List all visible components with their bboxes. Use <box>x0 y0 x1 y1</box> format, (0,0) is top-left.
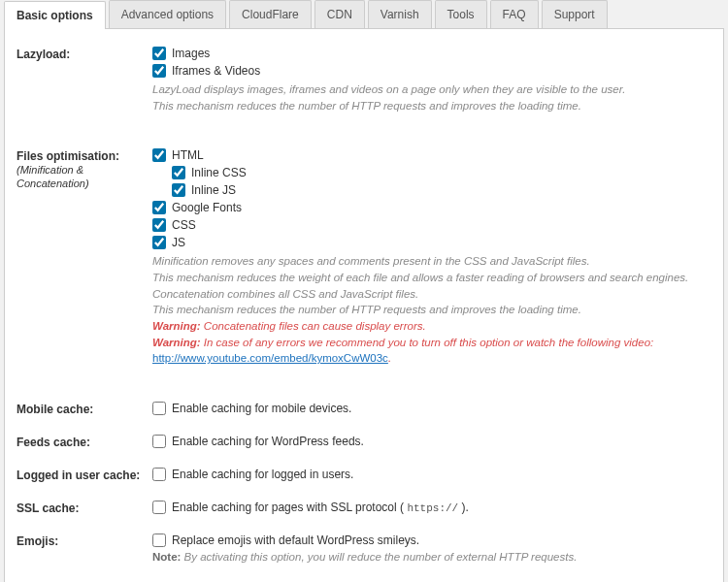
emojis-title: Emojis: <box>17 534 58 548</box>
tabs-nav: Basic options Advanced options CloudFlar… <box>0 0 728 28</box>
lazyload-desc-1: LazyLoad displays images, iframes and vi… <box>152 81 711 98</box>
tab-cdn[interactable]: CDN <box>314 0 365 28</box>
files-opt-subtitle: (Minification & Concatenation) <box>17 164 89 189</box>
files-opt-inline-css-label: Inline CSS <box>191 166 247 179</box>
ssl-cache-checkbox[interactable] <box>152 501 166 514</box>
tab-varnish[interactable]: Varnish <box>368 0 432 28</box>
files-opt-html-checkbox[interactable] <box>152 148 166 162</box>
ssl-cache-label: Enable caching for pages with SSL protoc… <box>172 501 469 514</box>
ssl-cache-title: SSL cache: <box>17 501 79 515</box>
feeds-cache-checkbox[interactable] <box>152 435 166 448</box>
files-opt-warn-2: Warning: In case of any errors we recomm… <box>152 335 711 367</box>
files-opt-google-fonts-checkbox[interactable] <box>152 201 166 214</box>
lazyload-images-checkbox[interactable] <box>152 47 166 60</box>
logged-cache-label: Enable caching for logged in users. <box>172 468 353 481</box>
tab-basic-options[interactable]: Basic options <box>4 1 106 29</box>
tab-cloudflare[interactable]: CloudFlare <box>229 0 312 28</box>
lazyload-desc-2: This mechanism reduces the number of HTT… <box>152 98 711 114</box>
feeds-cache-label: Enable caching for WordPress feeds. <box>172 435 364 448</box>
files-opt-js-label: JS <box>172 236 185 249</box>
tab-advanced-options[interactable]: Advanced options <box>109 0 226 28</box>
logged-cache-title: Logged in user cache: <box>17 469 140 482</box>
tab-tools[interactable]: Tools <box>435 0 487 28</box>
settings-panel: Lazyload: Images Iframes & Videos LazyLo… <box>4 28 724 582</box>
files-opt-desc-2: This mechanism reduces the weight of eac… <box>152 270 711 286</box>
emojis-checkbox[interactable] <box>152 534 166 547</box>
tab-support[interactable]: Support <box>542 0 608 28</box>
lazyload-iframes-checkbox[interactable] <box>152 64 166 78</box>
lazyload-iframes-label: Iframes & Videos <box>172 64 260 78</box>
lazyload-images-label: Images <box>172 47 210 60</box>
files-opt-desc-1: Minification removes any spaces and comm… <box>152 253 711 270</box>
mobile-cache-checkbox[interactable] <box>152 402 166 415</box>
mobile-cache-title: Mobile cache: <box>17 403 93 416</box>
files-opt-css-checkbox[interactable] <box>152 218 166 232</box>
files-opt-warn-1: Warning: Concatenating files can cause d… <box>152 318 711 335</box>
files-opt-inline-js-checkbox[interactable] <box>172 183 185 197</box>
logged-cache-checkbox[interactable] <box>152 468 166 481</box>
lazyload-title: Lazyload: <box>17 48 70 61</box>
files-opt-desc-3: Concatenation combines all CSS and JavaS… <box>152 286 711 303</box>
files-opt-css-label: CSS <box>172 218 196 232</box>
tab-faq[interactable]: FAQ <box>490 0 539 28</box>
files-opt-html-label: HTML <box>172 148 204 162</box>
feeds-cache-title: Feeds cache: <box>17 436 90 449</box>
files-opt-desc-4: This mechanism reduces the number of HTT… <box>152 302 711 318</box>
files-opt-google-fonts-label: Google Fonts <box>172 201 242 214</box>
files-opt-title: Files optimisation: <box>17 149 119 163</box>
files-opt-inline-css-checkbox[interactable] <box>172 166 185 179</box>
mobile-cache-label: Enable caching for mobile devices. <box>172 402 351 415</box>
files-opt-warn-2-link[interactable]: http://www.youtube.com/embed/kymoxCwW03c <box>152 352 388 364</box>
files-opt-js-checkbox[interactable] <box>152 236 166 249</box>
files-opt-inline-js-label: Inline JS <box>191 183 236 197</box>
emojis-note: Note: By activating this option, you wil… <box>152 551 711 563</box>
emojis-label: Replace emojis with default WordPress sm… <box>172 534 419 547</box>
